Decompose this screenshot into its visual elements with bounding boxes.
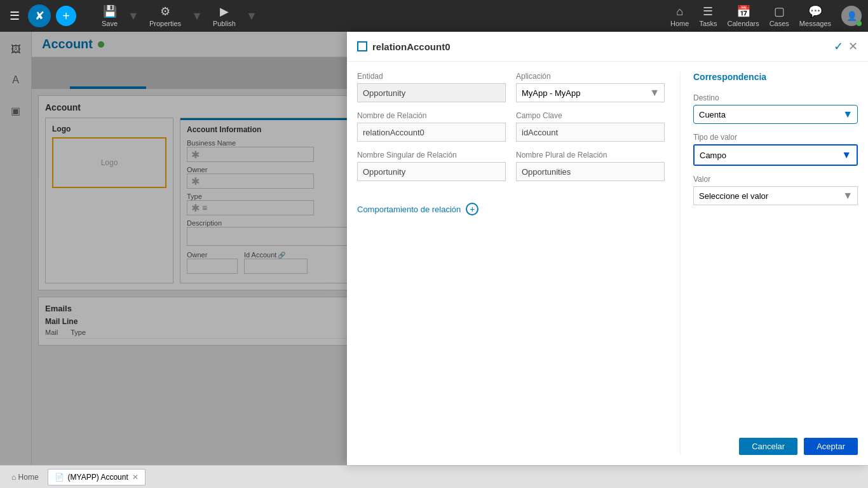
destino-group: Destino Cuenta ▼ — [693, 93, 858, 124]
save-dropdown-arrow[interactable]: ▼ — [128, 10, 139, 23]
main-area: 🖼 A ▣ Account Account Logo — [0, 32, 868, 465]
entidad-aplicacion-row: Entidad Aplicación MyApp - MyApp ▼ — [357, 72, 665, 102]
bottom-tab-bar: ⌂ Home 📄 (MYAPP) Account ✕ — [0, 465, 868, 488]
entidad-field-group: Entidad — [357, 72, 506, 102]
modal-right-correspondencia: Correspondencia Destino Cuenta ▼ Tipo de… — [680, 72, 858, 455]
home-tab-icon: ⌂ — [11, 473, 16, 482]
valor-group: Valor Seleccione el valor ▼ — [693, 175, 858, 205]
properties-icon: ⚙ — [160, 4, 170, 18]
publish-button[interactable]: ▶ Publish — [208, 2, 241, 30]
aplicacion-select[interactable]: MyApp - MyApp — [516, 83, 665, 102]
nombre-relacion-group: Nombre de Relación — [357, 111, 506, 142]
cases-nav-item[interactable]: ▢ Cases — [770, 4, 789, 27]
nombre-singular-label: Nombre Singular de Relación — [357, 151, 506, 159]
tab-close-icon[interactable]: ✕ — [132, 473, 139, 482]
home-nav-item[interactable]: ⌂ Home — [670, 5, 689, 27]
save-icon: 💾 — [103, 4, 117, 18]
relacion-campoclave-row: Nombre de Relación Campo Clave — [357, 111, 665, 142]
nav-right-items: ⌂ Home ☰ Tasks 📅 Calendars ▢ Cases 💬 Mes… — [670, 4, 862, 27]
valor-select[interactable]: Seleccione el valor — [693, 186, 858, 205]
add-button[interactable]: + — [56, 6, 76, 26]
cancelar-button[interactable]: Cancelar — [739, 438, 797, 455]
modal-right-spacer — [693, 214, 858, 238]
destino-select-wrapper: Cuenta ▼ — [693, 105, 858, 124]
comportamiento-link[interactable]: Comportamiento de relación + — [357, 203, 665, 215]
tipo-valor-select[interactable]: Campo — [695, 146, 857, 165]
campo-clave-input[interactable] — [516, 123, 665, 142]
aplicacion-field-group: Aplicación MyApp - MyApp ▼ — [516, 72, 665, 102]
properties-dropdown-arrow[interactable]: ▼ — [191, 10, 203, 23]
entidad-label: Entidad — [357, 72, 506, 81]
messages-icon: 💬 — [808, 4, 822, 18]
cases-icon: ▢ — [774, 4, 785, 18]
nombre-plural-group: Nombre Plural de Relación — [516, 151, 665, 181]
nombre-relacion-input[interactable] — [357, 123, 506, 142]
aplicacion-select-wrapper: MyApp - MyApp ▼ — [516, 83, 665, 102]
modal-left-fields: Entidad Aplicación MyApp - MyApp ▼ — [357, 72, 665, 455]
aceptar-button[interactable]: Aceptar — [804, 438, 858, 455]
campo-clave-group: Campo Clave — [516, 111, 665, 142]
logo-icon[interactable]: ✘ — [28, 4, 51, 27]
hamburger-icon[interactable]: ☰ — [6, 6, 23, 26]
nombre-singular-group: Nombre Singular de Relación — [357, 151, 506, 181]
modal-close-icon[interactable]: ✕ — [848, 39, 858, 53]
tipo-valor-select-wrapper: Campo ▼ — [693, 144, 858, 166]
tasks-nav-item[interactable]: ☰ Tasks — [699, 4, 717, 27]
nombre-plural-label: Nombre Plural de Relación — [516, 151, 665, 159]
campo-clave-label: Campo Clave — [516, 111, 665, 120]
properties-button[interactable]: ⚙ Properties — [144, 2, 186, 30]
modal-buttons: Cancelar Aceptar — [693, 247, 858, 455]
nombre-plural-input[interactable] — [516, 162, 665, 181]
top-navigation: ☰ ✘ + 💾 Save ▼ ⚙ Properties ▼ ▶ Publish … — [0, 0, 868, 32]
singular-plural-row: Nombre Singular de Relación Nombre Plura… — [357, 151, 665, 181]
comportamiento-add-icon[interactable]: + — [466, 203, 478, 215]
modal-dialog: relationAccount0 ✓ ✕ Entidad Aplicación — [347, 32, 868, 465]
modal-title: relationAccount0 — [372, 41, 829, 52]
correspondencia-title: Correspondencia — [693, 72, 858, 82]
online-status-dot — [857, 21, 862, 26]
user-avatar[interactable]: 👤 — [841, 6, 862, 26]
nombre-relacion-label: Nombre de Relación — [357, 111, 506, 120]
destino-select[interactable]: Cuenta — [693, 105, 858, 124]
tipo-valor-group: Tipo de valor Campo ▼ — [693, 133, 858, 166]
modal-body: Entidad Aplicación MyApp - MyApp ▼ — [347, 62, 868, 465]
aplicacion-label: Aplicación — [516, 72, 665, 81]
modal-header: relationAccount0 ✓ ✕ — [347, 32, 868, 62]
myapp-account-tab[interactable]: 📄 (MYAPP) Account ✕ — [48, 469, 146, 485]
publish-icon: ▶ — [220, 4, 229, 18]
destino-label: Destino — [693, 93, 858, 102]
home-tab[interactable]: ⌂ Home — [5, 470, 45, 484]
tipo-valor-label: Tipo de valor — [693, 133, 858, 142]
tab-page-icon: 📄 — [55, 473, 64, 482]
valor-select-wrapper: Seleccione el valor ▼ — [693, 186, 858, 205]
publish-dropdown-arrow[interactable]: ▼ — [246, 10, 257, 23]
save-button[interactable]: 💾 Save — [97, 2, 123, 30]
tasks-icon: ☰ — [703, 4, 713, 18]
comportamiento-section: Comportamiento de relación + — [357, 203, 665, 215]
calendars-nav-item[interactable]: 📅 Calendars — [728, 4, 759, 27]
modal-confirm-icon[interactable]: ✓ — [834, 39, 843, 53]
entidad-input[interactable] — [357, 83, 506, 102]
modal-checkbox[interactable] — [357, 41, 367, 51]
messages-nav-item[interactable]: 💬 Messages — [799, 4, 831, 27]
valor-label: Valor — [693, 175, 858, 184]
calendars-icon: 📅 — [736, 4, 750, 18]
home-icon: ⌂ — [676, 5, 683, 18]
nombre-singular-input[interactable] — [357, 162, 506, 181]
